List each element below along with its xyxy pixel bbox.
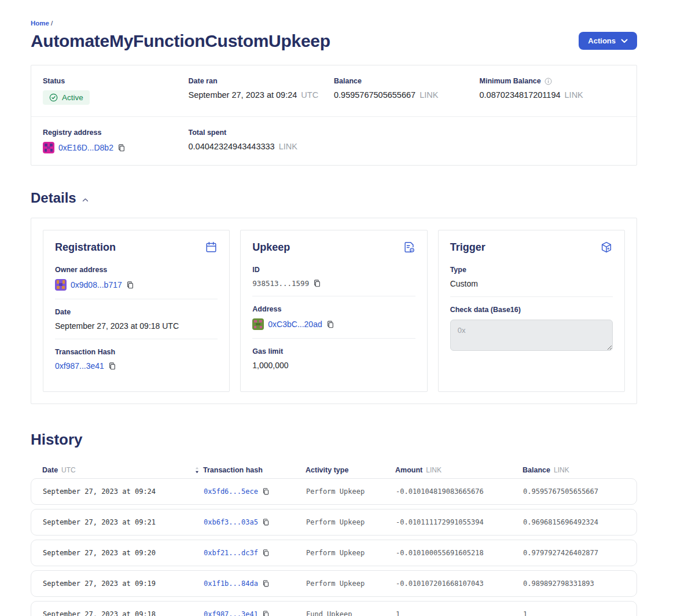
row-amount: 1 [396, 610, 523, 616]
page-header: Home/ AutomateMyFunctionCustomUpkeep Act… [31, 20, 637, 51]
trigger-title: Trigger [450, 241, 485, 254]
upkeep-card: Upkeep ID 938513...1599 Address [240, 230, 427, 392]
row-balance: 0.9696815696492324 [523, 518, 625, 526]
registration-date-label: Date [55, 308, 218, 316]
trigger-type-field: Type Custom [450, 257, 613, 296]
check-circle-icon [49, 93, 58, 102]
actions-button[interactable]: Actions [579, 32, 637, 50]
upkeep-address-link[interactable]: 0xC3bC...20ad [268, 320, 322, 329]
total-spent-label: Total spent [189, 129, 334, 137]
check-data-label: Check data (Base16) [450, 306, 613, 314]
upkeep-address-label: Address [252, 305, 415, 313]
table-row: September 27, 2023 at 09:21 0xb6f3...03a… [31, 509, 637, 536]
chevron-down-icon [621, 39, 628, 43]
status-field: Status Active [43, 77, 189, 105]
info-icon[interactable] [545, 78, 552, 85]
amount-column-unit: LINK [426, 466, 442, 474]
row-tx-link[interactable]: 0x5fd6...5ece [204, 487, 258, 496]
min-balance-value: 0.0870234817201194 [480, 90, 561, 100]
transaction-hash-field: Transaction Hash 0xf987...3e41 [55, 339, 218, 379]
history-table-header: Date UTC Transaction hash Activity type … [31, 466, 637, 474]
row-activity: Fund Upkeep [306, 610, 396, 616]
summary-row-top: Status Active Date ran September 27, 202… [31, 77, 637, 105]
total-spent-value: 0.04042324943443333 [189, 142, 275, 151]
table-row: September 27, 2023 at 09:24 0x5fd6...5ec… [31, 478, 637, 505]
copy-icon[interactable] [126, 281, 134, 289]
min-balance-label: Minimum Balance [480, 77, 541, 85]
owner-address-field: Owner address 0x9d08...b717 [55, 257, 218, 299]
upkeep-title: Upkeep [252, 241, 290, 254]
transaction-hash-link[interactable]: 0xf987...3e41 [55, 361, 104, 371]
row-amount: -0.010111172991055394 [396, 518, 523, 526]
copy-icon[interactable] [262, 549, 270, 557]
total-spent-field: Total spent 0.04042324943443333LINK [189, 129, 334, 153]
row-date: September 27, 2023 at 09:21 [43, 518, 204, 526]
transaction-hash-label: Transaction Hash [55, 348, 218, 356]
total-spent-unit: LINK [279, 142, 297, 151]
copy-icon[interactable] [262, 487, 270, 496]
copy-icon[interactable] [117, 144, 126, 152]
status-badge: Active [43, 90, 90, 105]
page-title: AutomateMyFunctionCustomUpkeep [31, 31, 330, 51]
owner-address-label: Owner address [55, 266, 218, 274]
row-balance: 0.989892798331893 [523, 580, 625, 588]
breadcrumb-separator: / [51, 20, 53, 27]
calendar-icon [205, 241, 218, 254]
activity-column-label: Activity type [306, 466, 348, 474]
check-data-input[interactable] [450, 320, 613, 351]
summary-divider [31, 116, 637, 117]
row-tx-link[interactable]: 0xf987...3e41 [204, 610, 258, 616]
row-activity: Perform Upkeep [306, 518, 396, 526]
copy-icon[interactable] [108, 362, 116, 371]
balance-unit: LINK [420, 90, 438, 100]
registry-address-link[interactable]: 0xE16D...D8b2 [58, 143, 113, 152]
header-left: Home/ AutomateMyFunctionCustomUpkeep [31, 20, 330, 51]
min-balance-unit: LINK [565, 90, 583, 100]
summary-row-bottom: Registry address 0xE16D...D8b2 Total spe… [31, 129, 637, 153]
upkeep-id-field: ID 938513...1599 [252, 257, 415, 296]
row-tx-link[interactable]: 0xb6f3...03a5 [204, 518, 258, 526]
balance-label: Balance [334, 77, 480, 85]
owner-address-link[interactable]: 0x9d08...b717 [71, 280, 122, 289]
copy-icon[interactable] [313, 279, 321, 288]
row-amount: -0.010104819083665676 [396, 487, 523, 496]
status-badge-text: Active [62, 93, 83, 102]
sort-desc-icon[interactable] [194, 467, 200, 474]
row-tx-link[interactable]: 0xbf21...dc3f [204, 549, 258, 557]
registry-field: Registry address 0xE16D...D8b2 [43, 129, 189, 153]
copy-icon[interactable] [262, 610, 270, 616]
row-activity: Perform Upkeep [306, 549, 396, 557]
table-row: September 27, 2023 at 09:19 0x1f1b...84d… [31, 570, 637, 597]
row-tx-link[interactable]: 0x1f1b...84da [204, 580, 258, 588]
date-column-label: Date [42, 466, 58, 474]
table-row: September 27, 2023 at 09:20 0xbf21...dc3… [31, 540, 637, 566]
row-balance: 1 [523, 610, 625, 616]
row-activity: Perform Upkeep [306, 487, 396, 496]
breadcrumb-home-link[interactable]: Home [31, 20, 49, 27]
copy-icon[interactable] [262, 580, 270, 588]
page-container: Home/ AutomateMyFunctionCustomUpkeep Act… [31, 0, 637, 616]
balance-field: Balance 0.9595767505655667LINK [334, 77, 480, 105]
registration-date-field: Date September 27, 2023 at 09:18 UTC [55, 299, 218, 339]
tx-column-label: Transaction hash [203, 466, 263, 474]
document-gear-icon [403, 241, 415, 254]
history-heading: History [31, 431, 637, 449]
check-data-field: Check data (Base16) [450, 296, 613, 361]
row-activity: Perform Upkeep [306, 580, 396, 588]
column-header-amount: Amount LINK [395, 466, 523, 474]
amount-column-label: Amount [395, 466, 422, 474]
copy-icon[interactable] [262, 518, 270, 526]
row-amount: -0.010100055691605218 [396, 549, 523, 557]
row-amount: -0.010107201668107043 [396, 580, 523, 588]
chevron-up-icon[interactable] [82, 198, 89, 202]
trigger-card: Trigger Type Custom Check data (Base16) [438, 230, 625, 392]
status-label: Status [43, 77, 189, 85]
gas-limit-field: Gas limit 1,000,000 [252, 338, 415, 378]
column-header-date[interactable]: Date UTC [42, 466, 203, 474]
row-date: September 27, 2023 at 09:19 [43, 580, 204, 588]
registry-identicon [43, 142, 54, 153]
upkeep-id-label: ID [252, 266, 415, 274]
upkeep-address-field: Address 0xC3bC...20ad [252, 296, 415, 338]
details-heading: Details [31, 190, 76, 206]
copy-icon[interactable] [326, 320, 334, 329]
